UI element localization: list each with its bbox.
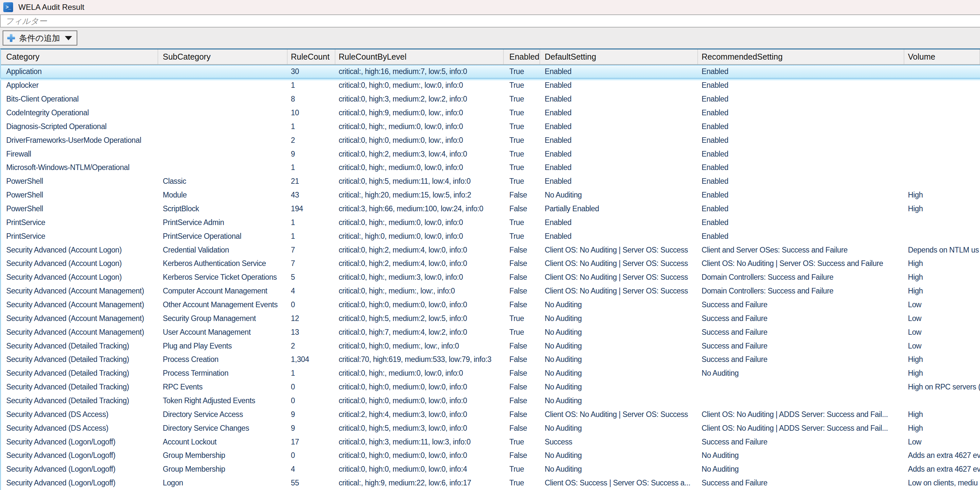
cell-defaultsetting[interactable]: Enabled	[540, 175, 698, 188]
cell-volume[interactable]: Low on clients, mediu	[904, 476, 980, 490]
cell-rulecount[interactable]: 12	[288, 312, 336, 325]
cell-defaultsetting[interactable]: Enabled	[540, 65, 698, 78]
cell-subcategory[interactable]: Token Right Adjusted Events	[158, 394, 288, 408]
cell-defaultsetting[interactable]: Client OS: Success | Server OS: Success …	[540, 476, 698, 490]
cell-category[interactable]: Security Advanced (Account Management)	[1, 298, 158, 312]
cell-recommendedsetting[interactable]: Client OS: No Auditing | ADDS Server: Su…	[698, 421, 904, 435]
table-row[interactable]: CodeIntegrity Operational10critical:0, h…	[1, 106, 980, 120]
cell-subcategory[interactable]: Kerberos Service Ticket Operations	[158, 270, 288, 284]
cell-volume[interactable]: High	[904, 421, 980, 435]
cell-rulecount[interactable]: 2	[288, 339, 336, 353]
cell-defaultsetting[interactable]: Enabled	[540, 106, 698, 120]
cell-volume[interactable]: High on RPC servers (	[904, 380, 980, 394]
cell-subcategory[interactable]: Directory Service Changes	[158, 421, 288, 435]
cell-subcategory[interactable]: Other Account Management Events	[158, 298, 288, 312]
cell-category[interactable]: Bits-Client Operational	[1, 92, 158, 106]
cell-subcategory[interactable]: Computer Account Management	[158, 284, 288, 298]
cell-category[interactable]: Security Advanced (Logon/Logoff)	[1, 476, 158, 490]
cell-category[interactable]: Security Advanced (Detailed Tracking)	[1, 394, 158, 408]
cell-enabled[interactable]: True	[504, 92, 540, 106]
cell-volume[interactable]	[904, 106, 980, 120]
cell-enabled[interactable]: True	[504, 476, 540, 490]
cell-category[interactable]: Application	[1, 65, 158, 78]
cell-enabled[interactable]: True	[504, 147, 540, 161]
cell-volume[interactable]: Low	[904, 298, 980, 312]
cell-category[interactable]: Security Advanced (Account Logon)	[1, 270, 158, 284]
cell-category[interactable]: Security Advanced (Account Logon)	[1, 257, 158, 270]
cell-category[interactable]: Security Advanced (Detailed Tracking)	[1, 353, 158, 366]
cell-rulecount[interactable]: 4	[288, 284, 336, 298]
cell-rulecount[interactable]: 1	[288, 216, 336, 229]
cell-category[interactable]: Diagnosis-Scripted Operational	[1, 119, 158, 133]
cell-defaultsetting[interactable]: Enabled	[540, 133, 698, 147]
cell-category[interactable]: CodeIntegrity Operational	[1, 106, 158, 120]
cell-rulecountbylevel[interactable]: critical:, high:16, medium:7, low:5, inf…	[336, 65, 504, 78]
cell-rulecount[interactable]: 1	[288, 366, 336, 380]
cell-category[interactable]: Security Advanced (Logon/Logoff)	[1, 463, 158, 476]
cell-recommendedsetting[interactable]: Domain Controllers: Success and Failure	[698, 270, 904, 284]
cell-enabled[interactable]: True	[504, 463, 540, 476]
table-row[interactable]: Security Advanced (Logon/Logoff)Group Me…	[1, 463, 980, 476]
cell-defaultsetting[interactable]: Client OS: No Auditing | Server OS: Succ…	[540, 270, 698, 284]
cell-rulecount[interactable]: 30	[288, 65, 336, 78]
column-header-volume[interactable]: Volume	[904, 49, 980, 64]
cell-recommendedsetting[interactable]: Enabled	[698, 147, 904, 161]
cell-category[interactable]: Security Advanced (DS Access)	[1, 421, 158, 435]
cell-defaultsetting[interactable]: Enabled	[540, 229, 698, 243]
table-row[interactable]: Security Advanced (DS Access)Directory S…	[1, 407, 980, 421]
cell-recommendedsetting[interactable]: Client OS: No Auditing | Server OS: Succ…	[698, 257, 904, 270]
cell-volume[interactable]: Adds an extra 4627 ev	[904, 449, 980, 463]
cell-category[interactable]: Applocker	[1, 79, 158, 92]
cell-defaultsetting[interactable]: No Auditing	[540, 298, 698, 312]
cell-enabled[interactable]: True	[504, 79, 540, 92]
cell-volume[interactable]	[904, 394, 980, 408]
cell-subcategory[interactable]	[158, 147, 288, 161]
cell-category[interactable]: Security Advanced (Detailed Tracking)	[1, 366, 158, 380]
cell-volume[interactable]	[904, 79, 980, 92]
table-row[interactable]: Firewall9critical:0, high:2, medium:3, l…	[1, 147, 980, 161]
cell-recommendedsetting[interactable]: Enabled	[698, 202, 904, 216]
cell-category[interactable]: PowerShell	[1, 188, 158, 202]
cell-subcategory[interactable]: Credential Validation	[158, 243, 288, 257]
cell-recommendedsetting[interactable]: No Auditing	[698, 463, 904, 476]
cell-volume[interactable]	[904, 133, 980, 147]
cell-enabled[interactable]: False	[504, 270, 540, 284]
cell-enabled[interactable]: False	[504, 202, 540, 216]
column-header-subcategory[interactable]: SubCategory	[158, 49, 288, 64]
cell-rulecountbylevel[interactable]: critical:0, high:, medium:0, low:0, info…	[336, 161, 504, 175]
cell-recommendedsetting[interactable]: Success and Failure	[698, 325, 904, 339]
cell-rulecountbylevel[interactable]: critical:0, high:0, medium:0, low:, info…	[336, 133, 504, 147]
cell-volume[interactable]: Depends on NTLM us	[904, 243, 980, 257]
cell-enabled[interactable]: True	[504, 175, 540, 188]
cell-enabled[interactable]: True	[504, 229, 540, 243]
cell-defaultsetting[interactable]: No Auditing	[540, 394, 698, 408]
table-row[interactable]: Security Advanced (Detailed Tracking)Tok…	[1, 394, 980, 408]
cell-category[interactable]: Microsoft-Windows-NTLM/Operational	[1, 161, 158, 175]
cell-enabled[interactable]: False	[504, 339, 540, 353]
table-row[interactable]: PrintServicePrintService Admin1critical:…	[1, 216, 980, 229]
cell-enabled[interactable]: False	[504, 188, 540, 202]
cell-volume[interactable]: Adds an extra 4627 ev	[904, 463, 980, 476]
table-row[interactable]: Security Advanced (Detailed Tracking)Pro…	[1, 366, 980, 380]
cell-rulecount[interactable]: 0	[288, 298, 336, 312]
cell-rulecountbylevel[interactable]: critical:0, high:2, medium:4, low:0, inf…	[336, 257, 504, 270]
cell-enabled[interactable]: False	[504, 353, 540, 366]
cell-recommendedsetting[interactable]: Enabled	[698, 92, 904, 106]
cell-rulecount[interactable]: 1,304	[288, 353, 336, 366]
cell-defaultsetting[interactable]: Client OS: No Auditing | Server OS: Succ…	[540, 257, 698, 270]
cell-enabled[interactable]: True	[504, 119, 540, 133]
cell-subcategory[interactable]	[158, 106, 288, 120]
cell-rulecount[interactable]: 5	[288, 270, 336, 284]
cell-enabled[interactable]: False	[504, 380, 540, 394]
cell-category[interactable]: Security Advanced (Logon/Logoff)	[1, 435, 158, 449]
cell-subcategory[interactable]: Module	[158, 188, 288, 202]
table-row[interactable]: Security Advanced (Account Logon)Kerbero…	[1, 257, 980, 270]
cell-defaultsetting[interactable]: No Auditing	[540, 353, 698, 366]
cell-defaultsetting[interactable]: Client OS: No Auditing | Server OS: Succ…	[540, 407, 698, 421]
cell-recommendedsetting[interactable]: Success and Failure	[698, 476, 904, 490]
cell-enabled[interactable]: False	[504, 394, 540, 408]
cell-rulecount[interactable]: 7	[288, 243, 336, 257]
cell-volume[interactable]: High	[904, 353, 980, 366]
cell-recommendedsetting[interactable]: Enabled	[698, 119, 904, 133]
cell-defaultsetting[interactable]: No Auditing	[540, 421, 698, 435]
